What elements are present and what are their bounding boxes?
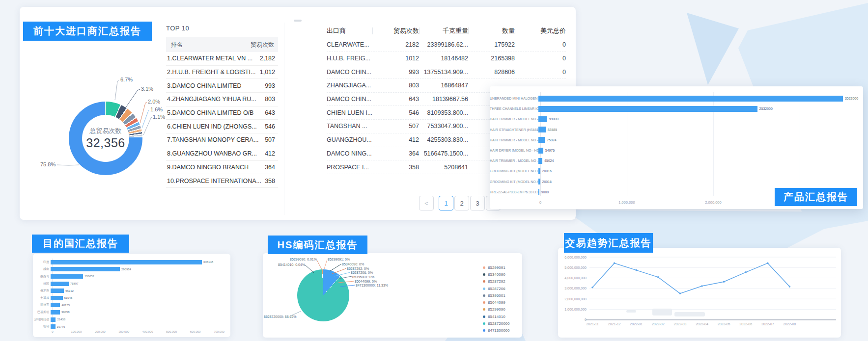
axis-tick: 200,000 — [90, 330, 110, 333]
table-row[interactable]: CLEARWATE...218223399186.62...1759220 — [327, 38, 566, 52]
trades-cell: 1,012 — [260, 69, 278, 76]
rank-cell: 2.H.U.B. FREIGHT & LOGISTI... — [166, 69, 255, 76]
cell: 18146482 — [419, 55, 468, 62]
legend-item[interactable]: 85287206 — [483, 285, 510, 292]
bar-label: GROOMING KIT (MODEL NO.HT4500K... — [490, 180, 538, 184]
legend-item[interactable]: 85287292 — [483, 278, 510, 285]
axis-tick: 0 — [43, 330, 62, 333]
bar-label: HAIR STRAIGHTENER (HS6810) PIN... — [490, 128, 538, 131]
rank-cell: 7.TANGSHAN MONOPY CERA... — [166, 136, 258, 143]
cell: 364 — [372, 150, 419, 157]
col-exporter: 出口商 — [327, 26, 372, 35]
donut-callout-label: 6.7% — [120, 77, 133, 82]
prev-page-button[interactable]: < — [419, 196, 434, 210]
header-divider — [372, 27, 373, 34]
bar — [538, 106, 757, 112]
data-point — [701, 285, 703, 287]
top10-row[interactable]: 9.DAMCO NINGBO BRANCH364 — [166, 161, 278, 175]
axis-tick: 2021-12 — [608, 322, 621, 326]
axis-tick: 600,000 — [186, 330, 205, 333]
cell: DAMCO CHIN... — [327, 69, 372, 76]
top10-body: 1.CLEARWATER METAL VN ...2,1822.H.U.B. F… — [166, 52, 278, 188]
legend-item[interactable]: 85044099 — [483, 299, 510, 306]
top10-row[interactable]: 6.CHIEN LUEN IND (ZHONGS...546 — [166, 120, 278, 133]
legend-item[interactable]: 8528720000 — [483, 320, 510, 327]
bar-label: HAIR DRYER (MODEL NO - HD1600 ... — [490, 149, 538, 152]
axis-tick: 1,000,000 — [612, 200, 642, 205]
cell: 5166475.1500... — [419, 150, 468, 157]
scrollbar-thumb[interactable] — [294, 20, 302, 22]
axis-tick: 2022-05 — [718, 322, 730, 326]
axis-tick: 2022-07 — [761, 322, 774, 326]
bar-row: 巴基斯坦39058 — [33, 309, 229, 316]
rank-cell: 9.DAMCO NINGBO BRANCH — [166, 164, 249, 171]
bar-value: 83585 — [546, 128, 557, 131]
page-button-3[interactable]: 3 — [470, 196, 485, 210]
bar-row: 越南290934 — [33, 266, 229, 273]
legend-dot-icon — [483, 301, 485, 304]
legend-item[interactable]: 85395001 — [483, 292, 510, 299]
cell: H.U.B. FREIG... — [327, 55, 372, 62]
data-point — [767, 262, 769, 264]
pie-callout-label: 85395001: 0% — [352, 275, 374, 279]
bar-label: UNBRANDED MINI HALOGEN TUBE 50... — [490, 97, 538, 100]
trend-line-chart: 6,000,000,0005,000,000,0004,000,000,0003… — [558, 248, 841, 338]
bar-label: HAIR TRIMMER - MODEL NO - HT20... — [490, 117, 538, 121]
cell: 546 — [372, 109, 419, 116]
panel-title-badge: 前十大进口商汇总报告 — [23, 22, 152, 41]
top10-row[interactable]: 7.TANGSHAN MONOPY CERA...507 — [166, 133, 278, 147]
top10-row[interactable]: 4.ZHANGJIAGANG YIHUA RU...803 — [166, 93, 278, 106]
legend-item[interactable]: 85299091 — [483, 264, 510, 271]
cell: 993 — [372, 69, 419, 76]
section-divider — [284, 23, 284, 215]
hs-legend: 8529909185340090852872928528720685395001… — [483, 264, 510, 334]
col-trades: 贸易次数 — [372, 26, 419, 35]
legend-dot-icon — [483, 280, 485, 283]
axis-tick: 2022-04 — [696, 322, 708, 326]
bar-value: 20016 — [540, 180, 552, 184]
top10-row[interactable]: 3.DAMCO CHINA LIMITED993 — [166, 79, 278, 93]
legend-item[interactable]: 85340090 — [483, 271, 510, 278]
cell: DAMCO NING... — [327, 150, 372, 157]
cell: 358 — [372, 164, 419, 171]
top10-row[interactable]: 2.H.U.B. FREIGHT & LOGISTI...1,012 — [166, 66, 278, 79]
rank-cell: 6.CHIEN LUEN IND (ZHONGS... — [166, 123, 257, 130]
cell: 13755134.909... — [419, 69, 468, 76]
bar-row: UNBRANDED MINI HALOGEN TUBE 50...3522000 — [490, 93, 862, 104]
trades-cell: 643 — [265, 109, 278, 116]
top10-row[interactable]: 5.DAMCO CHINA LIMITED O/B643 — [166, 106, 278, 120]
top10-row[interactable]: 10.PROSPACE INTERNATIONA...358 — [166, 174, 278, 188]
panel-title-badge: 交易趋势汇总报告 — [564, 233, 653, 253]
page-button-1[interactable]: 1 — [439, 196, 453, 210]
cell: 23399186.62... — [419, 41, 468, 48]
bar — [51, 289, 64, 293]
top10-row[interactable]: 1.CLEARWATER METAL VN ...2,182 — [166, 52, 278, 66]
exporters-header: 出口商 贸易次数 千克重量 数量 美元总价 — [327, 24, 566, 38]
cell: 16864847 — [419, 82, 468, 89]
bar-label: 墨西哥 — [33, 274, 51, 279]
donut-center-label: 总贸易次数 — [90, 127, 122, 135]
bar — [538, 148, 543, 154]
bar-value: 99000 — [547, 117, 558, 121]
bar — [51, 317, 56, 322]
bar — [538, 127, 546, 132]
bar-row: HAIR TRIMMER - MODEL NO - HT20...99000 — [490, 114, 862, 124]
rank-cell: 5.DAMCO CHINA LIMITED O/B — [166, 109, 253, 116]
legend-item[interactable]: 85299090 — [483, 306, 510, 313]
top10-row[interactable]: 8.GUANGZHOU WANBAO GR...412 — [166, 147, 278, 161]
legend-label: 8528720000 — [488, 321, 510, 326]
legend-label: 85044099 — [488, 300, 505, 305]
legend-item[interactable]: 85414010 — [483, 313, 510, 320]
bar-label: GROOMING KIT (MODEL NO.HT4000K... — [490, 169, 538, 173]
axis-tick: 700,000 — [209, 330, 229, 333]
donut-callout-label: 1.6% — [150, 106, 163, 112]
table-row[interactable]: H.U.B. FREIG...10121814648221653980 — [327, 52, 566, 66]
legend-item[interactable]: 8471300000 — [483, 327, 510, 334]
cell: 2165398 — [468, 55, 515, 62]
data-point — [679, 292, 681, 294]
page-button-2[interactable]: 2 — [454, 196, 469, 210]
bar-value: 45024 — [542, 159, 554, 162]
table-row[interactable]: DAMCO CHIN...99313755134.909...8286060 — [327, 65, 566, 79]
trades-cell: 993 — [265, 82, 278, 89]
header-divider — [468, 27, 469, 34]
